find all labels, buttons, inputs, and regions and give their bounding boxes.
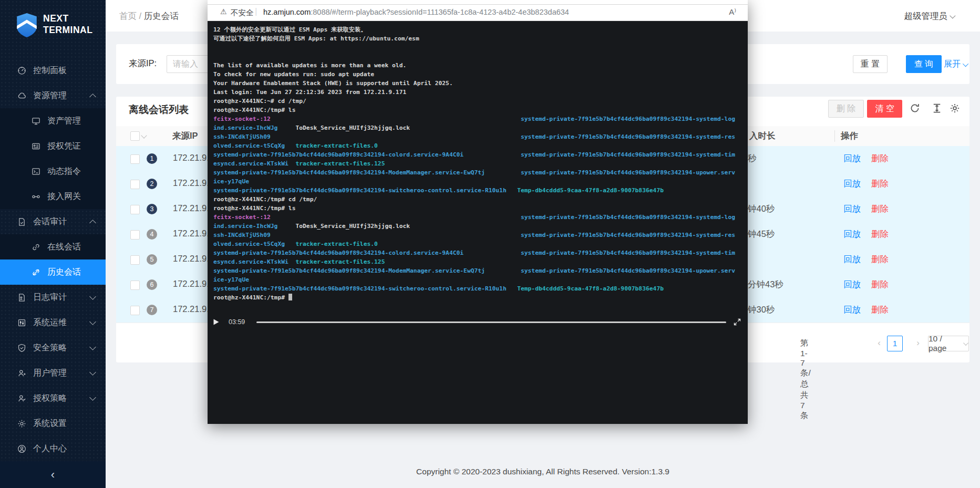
expand-link[interactable]: 展开: [944, 59, 968, 70]
clear-all-button[interactable]: 清 空: [867, 100, 902, 118]
playback-link[interactable]: 回放: [843, 279, 861, 290]
chevron-up-icon: [89, 94, 96, 100]
delete-link[interactable]: 删除: [871, 254, 889, 265]
sidebar-item[interactable]: 动态指令: [0, 159, 106, 184]
chevron-down-icon: [89, 293, 96, 300]
disconnect-icon: [32, 268, 40, 277]
pagination-next-button[interactable]: ›: [911, 336, 925, 350]
browser-address-bar[interactable]: ⚠ 不安全 | hz.amjun.com:8088/#/term-playbac…: [208, 5, 748, 21]
row-number-badge: 1: [147, 153, 157, 164]
copyright-footer: Copyright © 2020-2023 dushixiang, All Ri…: [106, 467, 980, 476]
chevron-down-icon: [963, 61, 968, 67]
user-menu[interactable]: 超级管理员: [904, 11, 956, 22]
terminal-line: Last login: Tue Jun 27 22:12:36 2023 fro…: [213, 88, 735, 97]
gear-icon[interactable]: [950, 103, 960, 113]
sidebar-collapse-button[interactable]: ‹: [0, 461, 106, 488]
row-checkbox[interactable]: [130, 230, 140, 240]
sidebar-item[interactable]: 个人中心: [0, 436, 106, 461]
delete-link[interactable]: 删除: [871, 279, 889, 290]
refresh-icon[interactable]: [910, 103, 920, 113]
sidebar-item[interactable]: 资产管理: [0, 108, 106, 133]
delete-selected-button[interactable]: 删 除: [828, 100, 864, 118]
sidebar-item[interactable]: 会话审计: [0, 209, 106, 234]
play-button[interactable]: [212, 318, 220, 326]
sidebar-item[interactable]: 历史会话: [0, 259, 106, 285]
pagination-page-1[interactable]: 1: [887, 336, 903, 351]
select-all-checkbox[interactable]: [130, 131, 140, 141]
sidebar-item-label: 安全策略: [33, 342, 67, 354]
sidebar-item[interactable]: 在线会话: [0, 234, 106, 259]
progress-bar[interactable]: [256, 321, 726, 323]
screen: NEXT TERMINAL 控制面板资源管理资产管理授权凭证动态指令接入网关会话…: [0, 0, 980, 488]
sidebar-item[interactable]: 控制面板: [0, 58, 106, 83]
duration-value: 钟45秒: [748, 229, 775, 240]
terminal-line: 12 个额外的安全更新可以通过 ESM Apps 来获取安装。: [213, 25, 735, 34]
terminal-line: ice-y17qUe: [213, 275, 735, 284]
playback-link[interactable]: 回放: [843, 153, 861, 164]
playback-link[interactable]: 回放: [843, 178, 861, 190]
row-height-icon[interactable]: [932, 103, 942, 113]
playback-link[interactable]: 回放: [843, 229, 861, 240]
sidebar-item-label: 资源管理: [33, 90, 67, 101]
sidebar-item[interactable]: 授权凭证: [0, 133, 106, 159]
sidebar-item[interactable]: 安全策略: [0, 335, 106, 360]
duration-value: 钟40秒: [748, 203, 775, 215]
sidebar-item[interactable]: 资源管理: [0, 83, 106, 108]
delete-link[interactable]: 删除: [871, 229, 889, 240]
pagination-total: 第 1-7 条/总共 7 条: [800, 338, 811, 421]
delete-link[interactable]: 删除: [871, 304, 889, 316]
url-text: hz.amjun.com:8088/#/term-playback?sessio…: [263, 8, 569, 16]
row-checkbox[interactable]: [130, 154, 140, 164]
sidebar-item[interactable]: 系统设置: [0, 411, 106, 436]
row-number-badge: 3: [147, 204, 157, 214]
reset-button[interactable]: 重 置: [853, 55, 888, 73]
row-checkbox[interactable]: [130, 180, 140, 189]
duration-value: 秒: [748, 153, 757, 164]
code-icon: [32, 167, 40, 176]
audit-icon: [17, 217, 26, 226]
sidebar-item-label: 授权策略: [33, 393, 67, 404]
col-actions: 操作: [841, 130, 858, 142]
browser-chrome-strip: [208, 0, 748, 5]
row-number-badge: 4: [147, 229, 157, 240]
sidebar-item[interactable]: 接入网关: [0, 184, 106, 209]
sidebar-item[interactable]: 日志审计: [0, 285, 106, 310]
playback-link[interactable]: 回放: [843, 254, 861, 265]
row-checkbox[interactable]: [130, 281, 140, 290]
page-size-select[interactable]: 10 / page: [928, 336, 969, 351]
fullscreen-icon[interactable]: [733, 318, 741, 326]
sidebar-item[interactable]: 用户管理: [0, 360, 106, 386]
url-path: :8088/#/term-playback?sessionId=111365fa…: [311, 8, 569, 16]
terminal-line: root@hz-X441NC:/tmp#: [213, 293, 735, 302]
address-divider: |: [255, 6, 257, 17]
page-size-value: 10 / page: [929, 334, 961, 353]
terminal-line: esyncd.service-KTskWi tracker-extract-fi…: [213, 257, 735, 266]
terminal-line: To check for new updates run: sudo apt u…: [213, 70, 735, 79]
query-button[interactable]: 查 询: [906, 55, 942, 73]
sidebar-item-label: 系统设置: [33, 418, 67, 429]
collapse-left-icon: ‹: [51, 468, 55, 482]
playback-link[interactable]: 回放: [843, 304, 861, 316]
delete-link[interactable]: 删除: [871, 153, 889, 164]
row-number-badge: 7: [147, 305, 157, 315]
breadcrumb-home[interactable]: 首页: [119, 11, 137, 20]
terminal-line: olved.service-t5CqXg tracker-extract-fil…: [213, 141, 735, 150]
sidebar-menu: 控制面板资源管理资产管理授权凭证动态指令接入网关会话审计在线会话历史会话日志审计…: [0, 58, 106, 461]
row-checkbox[interactable]: [130, 205, 140, 214]
terminal-output: 12 个额外的安全更新可以通过 ESM Apps 来获取安装。可通过以下途径了解…: [213, 25, 735, 302]
terminal-line: ice-y17qUe: [213, 177, 735, 186]
sidebar-item[interactable]: 系统运维: [0, 310, 106, 335]
delete-link[interactable]: 删除: [871, 203, 889, 215]
row-number-badge: 6: [147, 279, 157, 290]
breadcrumb-current: 历史会话: [144, 11, 179, 20]
chevron-down-icon: [950, 13, 955, 18]
sidebar-item[interactable]: 授权策略: [0, 386, 106, 411]
selection-dropdown-icon[interactable]: [141, 132, 147, 138]
row-checkbox[interactable]: [130, 255, 140, 265]
read-aloud-icon[interactable]: A⁾: [729, 7, 736, 17]
delete-link[interactable]: 删除: [871, 178, 889, 190]
pagination-prev-button[interactable]: ‹: [872, 336, 886, 350]
terminal-line: esyncd.service-KTskWi tracker-extract-fi…: [213, 159, 735, 168]
playback-link[interactable]: 回放: [843, 203, 861, 215]
row-checkbox[interactable]: [130, 306, 140, 315]
